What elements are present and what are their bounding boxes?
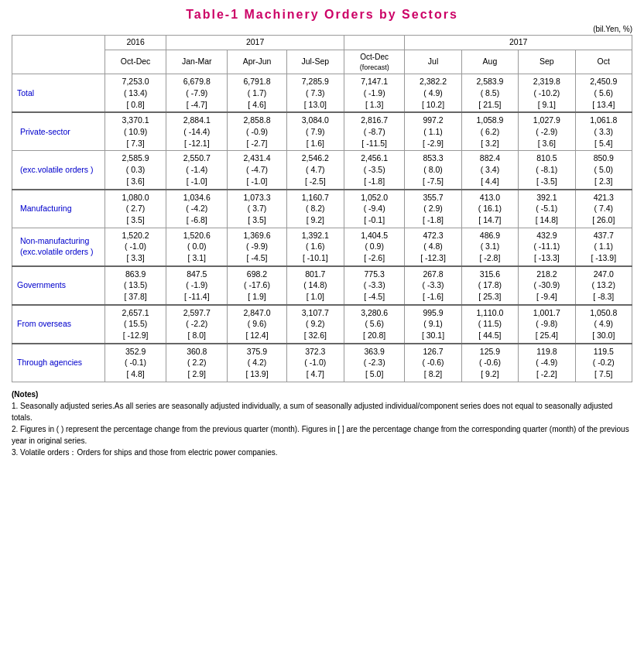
cell-line-1: ( 4.9) (579, 318, 629, 330)
cell-line-1: ( 8.0) (408, 164, 457, 176)
cell-r4-c4: 1,404.5( 0.9)[ -2.6] (344, 228, 404, 266)
cell-line-1: ( -17.6) (231, 279, 283, 291)
cell-line-0: 2,858.8 (231, 115, 283, 126)
cell-line-2: [ 4.7] (290, 368, 341, 380)
cell-line-1: ( 4.2) (231, 357, 283, 368)
cell-line-2: [ 3.3] (108, 252, 163, 264)
cell-line-0: 1,160.7 (290, 192, 341, 204)
cell-line-2: [ 3.6] (108, 176, 163, 187)
cell-line-2: [ 8.0] (170, 330, 224, 341)
cell-line-1: ( -10.2) (522, 87, 571, 99)
cell-line-0: 2,597.7 (170, 307, 224, 319)
notes-section: (Notes) 1. Seasonally adjusted series.As… (12, 389, 632, 458)
header-2017-q: 2017 (166, 36, 344, 50)
cell-line-0: 315.6 (465, 269, 515, 280)
cell-line-0: 372.3 (290, 346, 341, 358)
cell-line-0: 1,073.3 (231, 192, 283, 204)
cell-line-0: 119.5 (579, 346, 629, 358)
cell-line-1: ( 7.9) (290, 126, 341, 138)
cell-line-0: 853.3 (408, 152, 457, 164)
main-table: 2016 2017 2017 Oct-Dec Jan-Mar Apr-Jun J… (12, 35, 632, 382)
cell-r2-c1: 2,550.7( -1.4)[ -1.0] (166, 151, 228, 190)
header-apr-jun: Apr-Jun (228, 50, 286, 74)
cell-r6-c4: 3,280.6( 5.6)[ 20.8] (344, 305, 404, 344)
header-aug: Aug (461, 50, 518, 74)
cell-line-1: ( -3.5) (348, 164, 401, 176)
cell-line-1: ( 4.9) (408, 87, 457, 99)
cell-line-1: ( 4.8) (408, 241, 457, 252)
cell-line-1: ( 16.1) (465, 203, 515, 214)
cell-line-2: [ 37.8] (108, 291, 163, 303)
cell-r1-c6: 1,058.9( 6.2)[ 3.2] (461, 112, 518, 151)
cell-line-0: 801.7 (290, 269, 341, 280)
cell-line-1: ( 1.7) (231, 87, 283, 99)
cell-line-2: [ 21.5] (465, 99, 515, 111)
cell-line-2: [ -12.3] (408, 252, 457, 264)
cell-line-1: ( 0.3) (108, 164, 163, 176)
cell-line-0: 2,382.2 (408, 76, 457, 87)
cell-line-1: ( 9.6) (231, 318, 283, 330)
header-oct-dec2: Oct-Dec(forecast) (344, 50, 404, 74)
cell-line-2: [ 3.2] (465, 138, 515, 149)
cell-line-2: [ 5.0] (348, 368, 401, 380)
cell-line-2: [ -11.5] (348, 138, 401, 149)
cell-line-0: 392.1 (522, 192, 571, 204)
cell-line-2: [ -9.4] (522, 291, 571, 303)
cell-r5-c0: 863.9( 13.5)[ 37.8] (105, 266, 166, 305)
cell-line-0: 2,884.1 (170, 115, 224, 126)
cell-line-2: [ 8.2] (408, 368, 457, 380)
cell-r6-c5: 995.9( 9.1)[ 30.1] (405, 305, 461, 344)
cell-line-1: ( -1.0) (108, 241, 163, 252)
cell-line-1: ( -0.9) (231, 126, 283, 138)
cell-line-2: [ -2.6] (348, 252, 401, 264)
cell-line-0: 7,147.1 (348, 76, 401, 87)
cell-r1-c7: 1,027.9( -2.9)[ 3.6] (519, 112, 575, 151)
cell-line-1: ( 9.1) (408, 318, 457, 330)
cell-r0-c8: 2,450.9( 5.6)[ 13.4] (575, 74, 632, 113)
cell-line-1: ( -7.9) (170, 87, 224, 99)
cell-line-0: 1,110.0 (465, 307, 515, 319)
cell-r7-c2: 375.9( 4.2)[ 13.9] (228, 344, 286, 382)
cell-line-1: ( 8.5) (465, 87, 515, 99)
notes-title: (Notes) (12, 389, 632, 400)
cell-line-1: ( -2.2) (170, 318, 224, 330)
cell-line-2: [ -8.3] (579, 291, 629, 303)
cell-line-1: ( -4.2) (170, 203, 224, 214)
cell-line-0: 363.9 (348, 346, 401, 358)
cell-r4-c1: 1,520.6( 0.0)[ 3.1] (166, 228, 228, 266)
cell-line-1: ( -14.4) (170, 126, 224, 138)
cell-r2-c2: 2,431.4( -4.7)[ -1.0] (228, 151, 286, 190)
cell-r3-c6: 413.0( 16.1)[ 14.7] (461, 190, 518, 228)
cell-line-2: [ 1.6] (290, 138, 341, 149)
cell-line-1: ( 3.7) (231, 203, 283, 214)
cell-line-1: ( 1.1) (579, 241, 629, 252)
cell-line-2: [ -2.5] (290, 176, 341, 187)
cell-r5-c3: 801.7( 14.8)[ 1.0] (286, 266, 344, 305)
cell-line-0: 2,847.0 (231, 307, 283, 319)
cell-line-1: ( -1.4) (170, 164, 224, 176)
cell-r5-c1: 847.5( -1.9)[ -11.4] (166, 266, 228, 305)
cell-line-0: 2,431.4 (231, 152, 283, 164)
cell-r3-c8: 421.3( 7.4)[ 26.0] (575, 190, 632, 228)
cell-line-1: ( 3.1) (465, 241, 515, 252)
cell-r4-c8: 437.7( 1.1)[ -13.9] (575, 228, 632, 266)
cell-line-0: 2,546.2 (290, 152, 341, 164)
cell-line-2: [ 14.7] (465, 214, 515, 226)
header-2017-m: 2017 (405, 36, 632, 50)
cell-line-1: ( -8.7) (348, 126, 401, 138)
cell-r6-c3: 3,107.7( 9.2)[ 32.6] (286, 305, 344, 344)
cell-line-1: ( 0.0) (170, 241, 224, 252)
cell-r1-c8: 1,061.8( 3.3)[ 5.4] (575, 112, 632, 151)
cell-line-0: 2,657.1 (108, 307, 163, 319)
cell-line-0: 126.7 (408, 346, 457, 358)
cell-r5-c7: 218.2( -30.9)[ -9.4] (519, 266, 575, 305)
cell-r6-c1: 2,597.7( -2.2)[ 8.0] (166, 305, 228, 344)
forecast-note: (forecast) (360, 63, 389, 71)
cell-line-0: 247.0 (579, 269, 629, 280)
cell-line-2: [ -10.1] (290, 252, 341, 264)
cell-r0-c7: 2,319.8( -10.2)[ 9.1] (519, 74, 575, 113)
row-label-7: Through agencies (12, 344, 105, 382)
cell-r2-c8: 850.9( 5.0)[ 2.3] (575, 151, 632, 190)
cell-r6-c0: 2,657.1( 15.5)[ -12.9] (105, 305, 166, 344)
cell-r0-c6: 2,583.9( 8.5)[ 21.5] (461, 74, 518, 113)
